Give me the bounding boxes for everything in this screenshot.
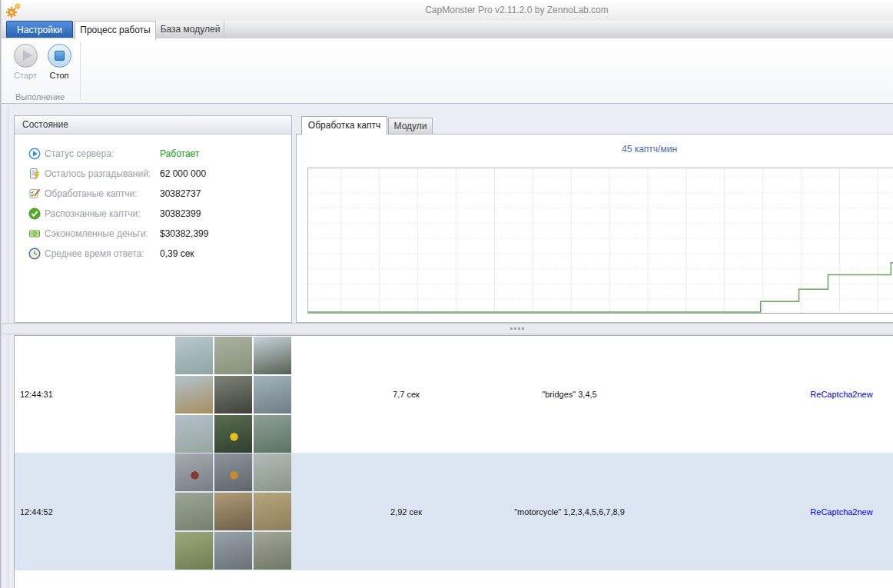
status-label: Обработаные каптчи: bbox=[45, 188, 160, 199]
log-duration: 2,92 сек bbox=[343, 507, 470, 517]
status-row-money: Сэкономленные деньги: $30382,399 bbox=[28, 224, 291, 244]
captcha-tile-photo bbox=[254, 493, 291, 530]
status-value-avg-time: 0,39 сек bbox=[160, 248, 194, 259]
captcha-tile-photo bbox=[214, 453, 252, 491]
captcha-tile-photo bbox=[214, 532, 252, 570]
ribbon-tabstrip: Настройки Процесс работы База модулей bbox=[0, 21, 893, 39]
captcha-tile-photo bbox=[254, 415, 291, 453]
chart-rate-title: 45 каптч/мин bbox=[307, 144, 893, 154]
clock-icon bbox=[28, 247, 41, 260]
tab-settings[interactable]: Настройки bbox=[6, 21, 73, 38]
log-time: 12:44:31 bbox=[20, 390, 53, 399]
status-rows: Статус сервера: Работает Осталось разгад… bbox=[15, 135, 291, 264]
status-panel-header: Состояние bbox=[15, 116, 291, 135]
status-row-recognized: Распознанные каптчи: 30382399 bbox=[28, 204, 291, 224]
start-button[interactable]: Старт bbox=[8, 44, 42, 80]
stop-button[interactable]: Стоп bbox=[42, 44, 76, 80]
server-play-icon bbox=[28, 148, 41, 160]
stop-button-label: Стоп bbox=[42, 71, 76, 80]
ribbon-group-label: Выполнение bbox=[0, 92, 80, 101]
log-duration: 7,7 сек bbox=[343, 390, 470, 399]
status-row-processed: Обработаные каптчи: 30382737 bbox=[28, 184, 291, 204]
captcha-image-grid bbox=[175, 453, 291, 570]
status-value-recognized: 30382399 bbox=[160, 208, 201, 219]
panel-edge-line bbox=[8, 108, 8, 588]
tab-modules-db[interactable]: База модулей bbox=[157, 21, 224, 38]
captcha-log-panel: 12:44:31 7,7 сек "bridges" 3,4,5 ReCaptc… bbox=[14, 335, 893, 588]
money-icon bbox=[28, 228, 41, 240]
captcha-tile-photo bbox=[214, 415, 252, 453]
horizontal-splitter[interactable] bbox=[0, 323, 893, 334]
log-answer: "bridges" 3,4,5 bbox=[470, 390, 669, 399]
stop-square-icon bbox=[48, 44, 71, 68]
captcha-tile-photo bbox=[175, 376, 213, 414]
ribbon: Старт Стоп Выполнение bbox=[0, 38, 893, 104]
status-value-remaining: 62 000 000 bbox=[160, 168, 206, 179]
status-label: Среднее время ответа: bbox=[45, 248, 160, 259]
captcha-tile-photo bbox=[254, 337, 291, 374]
status-panel: Состояние Статус сервера: Работает Остал… bbox=[14, 115, 292, 323]
captcha-image-grid bbox=[175, 337, 291, 453]
tab-modules[interactable]: Модули bbox=[388, 118, 433, 134]
captcha-tile-photo bbox=[254, 532, 291, 570]
status-row-server: Статус сервера: Работает bbox=[28, 144, 291, 164]
status-label: Сэкономленные деньги: bbox=[45, 228, 160, 239]
captcha-tile-photo bbox=[175, 337, 213, 374]
captcha-tile-photo bbox=[175, 532, 213, 570]
window-title: CapMonster Pro v2.11.2.0 by ZennoLab.com bbox=[0, 5, 893, 15]
splitter-grip-icon bbox=[510, 327, 524, 330]
status-label: Статус сервера: bbox=[45, 148, 160, 159]
status-value-processed: 30382737 bbox=[160, 188, 201, 199]
status-row-remaining: Осталось разгадываний: 62 000 000 bbox=[28, 164, 291, 184]
captcha-tile-photo bbox=[175, 415, 213, 453]
chart-plot-area bbox=[307, 168, 893, 314]
titlebar: CapMonster Pro v2.11.2.0 by ZennoLab.com bbox=[0, 0, 893, 21]
captcha-tile-photo bbox=[214, 493, 252, 530]
captcha-tile-photo bbox=[214, 337, 252, 374]
processed-edit-icon bbox=[28, 188, 41, 200]
tab-process-active[interactable]: Процесс работы bbox=[75, 21, 156, 40]
log-answer: "motorcycle" 1,2,3,4,5,6,7,8,9 bbox=[470, 507, 669, 517]
chart-panel: 45 каптч/мин bbox=[296, 134, 893, 323]
status-row-avg-time: Среднее время ответа: 0,39 сек bbox=[28, 244, 291, 264]
captcha-tile-photo bbox=[175, 493, 213, 530]
log-captcha-type-link[interactable]: ReCaptcha2new bbox=[788, 390, 893, 399]
tab-captcha-processing[interactable]: Обработка каптч bbox=[301, 116, 387, 135]
status-label: Осталось разгадываний: bbox=[45, 168, 160, 179]
recognized-check-icon bbox=[28, 208, 41, 220]
log-row[interactable]: 12:44:31 7,7 сек "bridges" 3,4,5 ReCaptc… bbox=[15, 336, 893, 453]
start-button-label: Старт bbox=[8, 71, 42, 80]
log-captcha-type-link[interactable]: ReCaptcha2new bbox=[788, 507, 893, 517]
ribbon-group-divider bbox=[80, 42, 81, 100]
status-value-server: Работает bbox=[160, 148, 199, 159]
log-time: 12:44:52 bbox=[20, 507, 53, 517]
status-label: Распознанные каптчи: bbox=[45, 208, 160, 219]
window-left-border bbox=[0, 0, 2, 588]
remaining-doc-icon bbox=[28, 168, 41, 180]
log-row-selected[interactable]: 12:44:52 2,92 сек "motorcycle" 1,2,3,4,5… bbox=[15, 453, 893, 570]
start-play-icon bbox=[14, 44, 38, 68]
captcha-tile-photo bbox=[175, 453, 213, 491]
status-value-money: $30382,399 bbox=[160, 228, 208, 239]
captcha-tile-photo bbox=[214, 376, 252, 414]
captcha-tile-photo bbox=[254, 376, 291, 414]
rate-step-line-chart bbox=[308, 168, 893, 313]
captcha-tile-photo bbox=[254, 453, 291, 491]
